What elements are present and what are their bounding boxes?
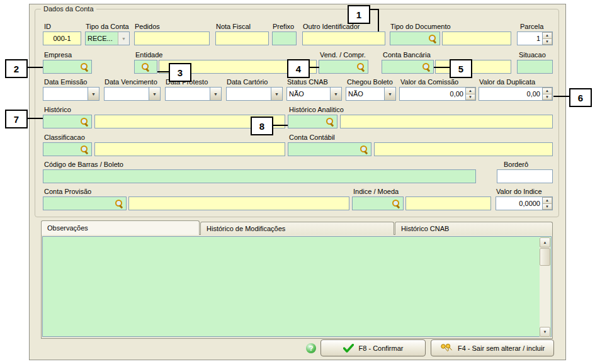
pedidos-label: Pedidos: [135, 23, 160, 30]
indice-moeda-label: Indice / Moeda: [353, 188, 399, 195]
callout-1: 1: [348, 5, 370, 24]
data-vencimento-label: Data Vencimento: [105, 78, 157, 86]
spin-down-button[interactable]: ▼: [465, 94, 475, 101]
callout-line: [309, 67, 319, 68]
dropdown-arrow-icon[interactable]: ▼: [384, 88, 395, 100]
data-cartorio-select[interactable]: ▼: [226, 87, 283, 101]
callout-line: [27, 67, 43, 68]
prefixo-input[interactable]: [272, 31, 297, 45]
bordero-input[interactable]: [497, 169, 553, 183]
magnifier-icon[interactable]: [392, 199, 401, 208]
conta-contabil-input[interactable]: [374, 142, 553, 156]
valor-da-duplicata-spinner[interactable]: 0,00 ▲ ▼: [479, 87, 553, 101]
confirm-button[interactable]: F8 - Confirmar: [320, 339, 426, 356]
spin-down-button[interactable]: ▼: [542, 204, 552, 210]
chegou-boleto-value: NÃO: [346, 90, 384, 98]
callout-7: 7: [5, 110, 28, 128]
magnifier-icon[interactable]: [80, 62, 89, 72]
check-icon: [343, 344, 354, 353]
magnifier-icon[interactable]: [80, 117, 89, 127]
valor-do-indice-spinner[interactable]: 0,0000 ▲ ▼: [496, 196, 553, 210]
callout-line: [157, 71, 169, 72]
dropdown-arrow-icon[interactable]: ▼: [118, 32, 129, 45]
data-cartorio-label: Data Cartório: [227, 78, 268, 86]
conta-bancaria-lookup-field[interactable]: [382, 60, 434, 74]
conta-provisao-lookup-field[interactable]: [43, 196, 127, 210]
tipo-da-conta-value: RECE...: [86, 35, 118, 42]
tipo-do-documento-input[interactable]: [442, 31, 511, 45]
outro-identificador-input[interactable]: [302, 31, 385, 45]
dropdown-arrow-icon[interactable]: ▼: [88, 88, 99, 100]
chegou-boleto-select[interactable]: NÃO ▼: [346, 87, 396, 101]
spin-up-button[interactable]: ▲: [542, 197, 552, 204]
tab-observacoes[interactable]: Observações: [41, 220, 200, 235]
data-vencimento-select[interactable]: ▼: [104, 87, 161, 101]
nota-fiscal-input[interactable]: [215, 31, 269, 45]
classificacao-lookup-field[interactable]: [43, 142, 92, 156]
magnifier-icon[interactable]: [141, 62, 150, 72]
help-button[interactable]: ?: [306, 343, 316, 353]
empresa-lookup-field[interactable]: [43, 60, 92, 74]
magnifier-icon[interactable]: [356, 62, 366, 72]
spin-up-button[interactable]: ▲: [465, 88, 475, 94]
scroll-up-button[interactable]: ▲: [540, 237, 550, 247]
tipo-do-documento-lookup-field[interactable]: [390, 31, 440, 45]
vend-compr-lookup-field[interactable]: [319, 60, 368, 74]
historico-analitico-lookup-field[interactable]: [288, 115, 337, 128]
magnifier-icon[interactable]: [326, 117, 335, 127]
codigo-barras-label: Código de Barras / Boleto: [44, 161, 123, 168]
classificacao-input[interactable]: [94, 142, 285, 156]
scroll-thumb[interactable]: [540, 248, 550, 266]
indice-moeda-input[interactable]: [405, 196, 491, 210]
parcela-spinner[interactable]: 1 ▲ ▼: [517, 31, 553, 45]
parcela-value: 1: [518, 35, 542, 42]
situacao-input[interactable]: [517, 60, 553, 74]
tab-historico-cnab[interactable]: Histórico CNAB: [395, 222, 553, 235]
entidade-lookup-field[interactable]: [134, 60, 157, 74]
magnifier-icon[interactable]: [115, 199, 124, 208]
tipo-da-conta-select[interactable]: RECE... ▼: [85, 31, 130, 45]
valor-da-duplicata-label: Valor da Duplicata: [479, 78, 535, 86]
conta-bancaria-label: Conta Bancária: [383, 51, 431, 59]
observacoes-textarea[interactable]: ▲ ▼: [42, 236, 552, 337]
spin-down-button[interactable]: ▼: [542, 39, 552, 45]
status-cnab-label: Status CNAB: [287, 78, 328, 86]
dropdown-arrow-icon[interactable]: ▼: [271, 88, 282, 100]
spin-up-button[interactable]: ▲: [542, 88, 552, 94]
tab-historico-modificacoes[interactable]: Histórico de Modificações: [200, 222, 394, 235]
dropdown-arrow-icon[interactable]: ▼: [149, 88, 160, 100]
data-protesto-select[interactable]: ▼: [165, 87, 222, 101]
callout-line: [273, 125, 288, 126]
id-input[interactable]: 000-1: [43, 31, 81, 45]
scroll-down-button[interactable]: ▼: [540, 327, 550, 337]
spin-down-button[interactable]: ▼: [542, 94, 552, 101]
historico-lookup-field[interactable]: [43, 115, 92, 128]
valor-da-comissao-spinner[interactable]: 0,00 ▲ ▼: [399, 87, 476, 101]
tipo-da-conta-label: Tipo da Conta: [86, 23, 129, 30]
valor-do-indice-label: Valor do Indice: [496, 188, 542, 195]
magnifier-icon[interactable]: [360, 145, 369, 154]
conta-provisao-label: Conta Provisão: [44, 188, 91, 195]
dropdown-arrow-icon[interactable]: ▼: [330, 88, 341, 100]
magnifier-icon[interactable]: [428, 34, 438, 43]
data-emissao-select[interactable]: ▼: [43, 87, 99, 101]
exit-button[interactable]: F4 - Sair sem alterar / incluir: [431, 339, 554, 356]
scrollbar[interactable]: ▲ ▼: [540, 237, 550, 337]
exit-button-label: F4 - Sair sem alterar / incluir: [458, 344, 545, 352]
magnifier-icon[interactable]: [422, 62, 431, 72]
spin-up-button[interactable]: ▲: [542, 32, 552, 39]
callout-line: [434, 67, 450, 68]
indice-moeda-lookup-field[interactable]: [352, 196, 404, 210]
dropdown-arrow-icon[interactable]: ▼: [210, 88, 221, 100]
bordero-label: Borderô: [504, 161, 528, 168]
conta-provisao-input[interactable]: [128, 196, 349, 210]
tab-label: Histórico CNAB: [401, 225, 449, 232]
callout-4: 4: [287, 59, 310, 78]
magnifier-icon[interactable]: [80, 145, 89, 154]
pedidos-input[interactable]: [134, 31, 210, 45]
conta-contabil-lookup-field[interactable]: [288, 142, 371, 156]
codigo-barras-input[interactable]: [43, 169, 476, 183]
status-cnab-select[interactable]: NÃO ▼: [286, 87, 342, 101]
callout-5: 5: [450, 59, 472, 78]
historico-analitico-input[interactable]: [340, 115, 553, 128]
